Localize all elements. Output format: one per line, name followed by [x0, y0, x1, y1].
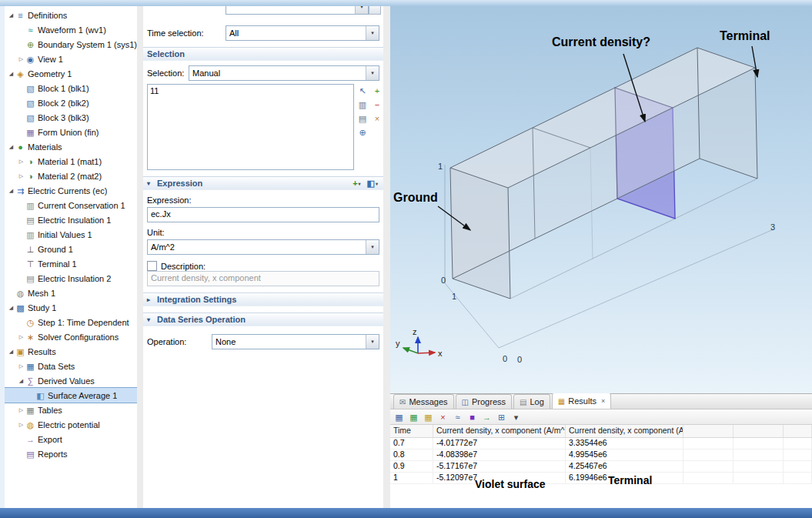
data-series-operation-header[interactable]: ▾ Data Series Operation — [143, 312, 383, 326]
tree-item-waveform-1-wv1[interactable]: ≈Waveform 1 (wv1) — [5, 22, 137, 37]
table-row[interactable]: 0.8-4.08398e74.99545e6 — [390, 449, 812, 461]
tree-item-geometry-1[interactable]: ◢◈Geometry 1 — [5, 66, 137, 81]
selection-list[interactable]: 11 — [147, 84, 354, 170]
table-cell[interactable]: -4.08398e7 — [433, 449, 566, 460]
selection-list-item[interactable]: 11 — [150, 85, 351, 97]
table-cell[interactable] — [683, 473, 733, 483]
tree-item-material-2-mat2[interactable]: ▷◑Material 2 (mat2) — [5, 169, 137, 183]
tree-item-electric-insulation-2[interactable]: ▤Electric Insulation 2 — [5, 271, 137, 286]
table-cell[interactable] — [784, 438, 812, 449]
copy-selection-button[interactable]: ▥ — [356, 99, 369, 111]
tree-item-block-2-blk2[interactable]: ▧Block 2 (blk2) — [5, 95, 137, 110]
tree-expanded-arrow-icon[interactable]: ◢ — [7, 12, 15, 18]
more-options-button[interactable]: ▾ — [510, 410, 523, 423]
description-checkbox[interactable] — [147, 261, 157, 271]
display-precision-button[interactable]: ▦ — [407, 410, 420, 423]
new-table-button[interactable]: ⊞ — [495, 410, 508, 423]
tab-messages[interactable]: ✉Messages — [393, 394, 454, 409]
panel-splitter[interactable] — [383, 6, 390, 508]
table-cell[interactable]: 4.99545e6 — [566, 449, 683, 460]
table-cell[interactable]: 1 — [390, 473, 433, 483]
tree-item-initial-values-1[interactable]: ▥Initial Values 1 — [5, 227, 137, 242]
tree-item-block-3-blk3[interactable]: ▧Block 3 (blk3) — [5, 110, 137, 125]
table-cell[interactable] — [733, 438, 784, 449]
tree-expanded-arrow-icon[interactable]: ◢ — [7, 305, 15, 311]
tree-item-materials[interactable]: ◢●Materials — [5, 139, 137, 154]
table-cell[interactable] — [733, 473, 784, 483]
tree-item-terminal-1[interactable]: ⊤Terminal 1 — [5, 256, 137, 271]
table-cell[interactable]: 4.25467e6 — [566, 461, 683, 472]
unit-dropdown[interactable]: A/m^2▾ — [147, 239, 379, 255]
tree-collapsed-arrow-icon[interactable]: ▷ — [17, 159, 25, 165]
tree-collapsed-arrow-icon[interactable]: ▷ — [17, 363, 25, 369]
full-precision-button[interactable]: ▦ — [393, 410, 406, 423]
tab-progress[interactable]: ◫Progress — [456, 394, 512, 409]
top-partial-dropdown[interactable]: ▾ — [226, 6, 369, 15]
table-cell[interactable] — [683, 449, 733, 460]
tree-item-step-1-time-dependent[interactable]: ◷Step 1: Time Dependent — [5, 315, 137, 329]
table-cell[interactable]: 0.9 — [390, 461, 433, 472]
table-cell[interactable] — [683, 438, 733, 449]
table-settings-button[interactable]: ▦ — [422, 410, 435, 423]
tab-results[interactable]: ▦Results× — [552, 393, 611, 409]
tree-item-reports[interactable]: ▤Reports — [5, 446, 137, 461]
tree-item-definitions[interactable]: ◢≡Definitions — [5, 8, 137, 22]
selection-mode-dropdown[interactable]: Manual▾ — [189, 65, 379, 81]
tree-item-study-1[interactable]: ◢▩Study 1 — [5, 300, 137, 315]
selection-section-header[interactable]: Selection — [143, 47, 383, 61]
tree-item-data-sets[interactable]: ▷▦Data Sets — [5, 359, 137, 373]
time-selection-dropdown[interactable]: All▾ — [226, 25, 379, 41]
table-cell[interactable] — [683, 461, 733, 472]
close-tab-icon[interactable]: × — [601, 397, 605, 405]
tree-item-surface-average-1[interactable]: ◧Surface Average 1 — [5, 388, 137, 403]
table-cell[interactable] — [784, 473, 812, 483]
export-table-button[interactable]: → — [480, 410, 493, 423]
tree-expanded-arrow-icon[interactable]: ◢ — [7, 71, 15, 77]
operation-dropdown[interactable]: None▾ — [212, 334, 379, 349]
expression-input[interactable]: ec.Jx — [147, 207, 379, 222]
tree-expanded-arrow-icon[interactable]: ◢ — [7, 188, 15, 194]
tree-collapsed-arrow-icon[interactable]: ▷ — [17, 56, 25, 62]
tree-item-electric-potential[interactable]: ▷◍Electric potential — [5, 417, 137, 432]
tree-item-tables[interactable]: ▷▦Tables — [5, 403, 137, 417]
tree-item-results[interactable]: ◢▣Results — [5, 344, 137, 359]
tree-item-derived-values[interactable]: ◢∑Derived Values — [5, 373, 137, 388]
tree-expanded-arrow-icon[interactable]: ◢ — [17, 378, 25, 384]
add-expression-button[interactable]: +▾ — [351, 179, 362, 188]
expression-section-header[interactable]: ▾ Expression +▾ ◧▾ — [143, 176, 383, 190]
plot-table-button[interactable]: ≈ — [451, 410, 464, 423]
tree-collapsed-arrow-icon[interactable]: ▷ — [17, 407, 25, 413]
table-row[interactable]: 0.7-4.01772e73.33544e6 — [390, 438, 812, 449]
replace-expression-button[interactable]: ◧▾ — [366, 179, 379, 188]
tree-item-mesh-1[interactable]: ◍Mesh 1 — [5, 286, 137, 300]
tree-item-block-1-blk1[interactable]: ▧Block 1 (blk1) — [5, 81, 137, 95]
zoom-selection-button[interactable]: ⊕ — [356, 126, 369, 139]
tree-item-boundary-system-1-sys1[interactable]: ⊕Boundary System 1 (sys1) — [5, 37, 137, 52]
table-cell[interactable]: -5.17167e7 — [433, 461, 566, 472]
add-selection-button[interactable]: + — [371, 85, 383, 97]
tree-item-view-1[interactable]: ▷◉View 1 — [5, 52, 137, 66]
table-row[interactable]: 1-5.12097e76.19946e6 — [390, 473, 812, 484]
remove-selection-button[interactable]: − — [371, 99, 383, 111]
tree-expanded-arrow-icon[interactable]: ◢ — [7, 144, 15, 150]
tree-item-material-1-mat1[interactable]: ▷◑Material 1 (mat1) — [5, 154, 137, 169]
3d-plot[interactable]: 101300zyxCurrent density?TerminalGround — [390, 6, 812, 393]
tree-collapsed-arrow-icon[interactable]: ▷ — [17, 422, 25, 428]
paste-selection-button[interactable]: ▤ — [356, 112, 369, 125]
table-cell[interactable]: -4.01772e7 — [433, 438, 566, 449]
range-button[interactable] — [369, 6, 381, 15]
table-cell[interactable] — [784, 461, 812, 472]
graphics-window[interactable]: 101300zyxCurrent density?TerminalGround — [390, 6, 812, 393]
table-cell[interactable]: 3.33544e6 — [566, 438, 683, 449]
tree-item-electric-insulation-1[interactable]: ▤Electric Insulation 1 — [5, 212, 137, 227]
tree-item-electric-currents-ec[interactable]: ◢⇉Electric Currents (ec) — [5, 183, 137, 198]
table-cell[interactable]: 0.7 — [390, 438, 433, 449]
color-table-button[interactable]: ■ — [466, 410, 479, 423]
table-cell[interactable] — [784, 449, 812, 460]
integration-settings-header[interactable]: ▸ Integration Settings — [143, 292, 383, 306]
panel-splitter[interactable] — [137, 6, 143, 508]
tab-log[interactable]: ▤Log — [513, 394, 550, 409]
tree-item-current-conservation-1[interactable]: ▥Current Conservation 1 — [5, 198, 137, 212]
table-cell[interactable] — [733, 449, 784, 460]
table-cell[interactable] — [733, 461, 784, 472]
